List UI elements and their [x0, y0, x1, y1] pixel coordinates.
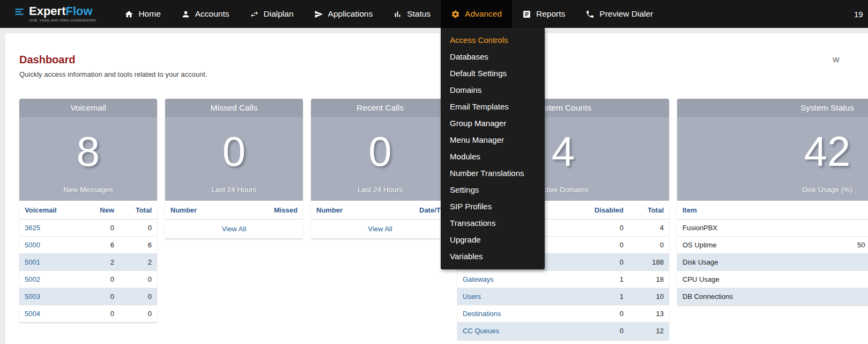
menu-item-domains[interactable]: Domains [441, 82, 545, 98]
table-cell: 0 [82, 271, 120, 288]
column-header: Disabled [578, 201, 629, 219]
disk-usage-count: 42 [677, 121, 868, 181]
table-cell: 18 [629, 271, 669, 288]
row-link[interactable]: Destinations [463, 310, 501, 318]
table-cell: 13 [629, 305, 669, 323]
row-link[interactable]: Users [463, 292, 481, 301]
menu-item-default-settings[interactable]: Default Settings [441, 65, 545, 82]
nav-label: Reports [536, 9, 565, 19]
menu-item-databases[interactable]: Databases [441, 48, 545, 65]
top-navbar: ExpertFlow chat, voice and video contact… [0, 0, 868, 28]
transfer-icon [250, 10, 259, 19]
menu-item-group-manager[interactable]: Group Manager [441, 115, 545, 131]
menu-item-upgrade[interactable]: Upgrade [441, 231, 545, 248]
table-row: 500122 [19, 254, 157, 271]
column-header: Voicemail [19, 201, 82, 219]
nav-item-preview-dialer[interactable]: Preview Dialer [575, 0, 663, 28]
brand-logo[interactable]: ExpertFlow chat, voice and video contact… [14, 0, 99, 28]
table-cell: 10 [629, 288, 669, 305]
table-cell: 5004 [19, 305, 82, 323]
row-link[interactable]: 5000 [25, 241, 40, 249]
table-row: 500300 [19, 288, 157, 305]
table-cell [852, 288, 868, 305]
column-header: Number [165, 201, 260, 219]
table-cell: 1 [578, 288, 629, 305]
table-row: Destinations013 [457, 305, 669, 323]
card-title-system-status: System Status [677, 99, 868, 117]
nav-item-advanced[interactable]: Advanced Access Controls Databases Defau… [441, 0, 512, 28]
table-cell: Gateways [457, 271, 578, 288]
table-cell: 0 [578, 254, 629, 271]
logo-bars-icon [14, 6, 25, 17]
nav-item-status[interactable]: Status [383, 0, 441, 28]
table-cell: Disk Usage [677, 254, 852, 271]
missed-calls-count: 0 [165, 121, 303, 181]
missed-calls-card: Missed Calls 0 Last 24 Hours NumberMisse… [165, 99, 303, 239]
system-status-card: System Status 42 Disk Usage (%) ItemFusi… [677, 99, 868, 305]
view-all-link[interactable]: View All [222, 225, 246, 233]
table-cell: 0 [120, 271, 157, 288]
row-link[interactable]: Gateways [463, 275, 494, 283]
brand-flow: Flow [65, 4, 92, 18]
menu-item-access-controls[interactable]: Access Controls [441, 32, 545, 48]
card-title-missed-calls: Missed Calls [165, 99, 303, 117]
menu-item-variables[interactable]: Variables [441, 248, 545, 265]
table-cell: 5002 [19, 271, 82, 288]
missed-calls-table: NumberMissedView All [165, 201, 303, 239]
view-all-row: View All [311, 219, 449, 239]
row-link[interactable]: CC Queues [463, 327, 499, 335]
menu-item-transactions[interactable]: Transactions [441, 215, 545, 231]
table-cell: 12 [629, 323, 669, 340]
nav-label: Advanced [465, 9, 502, 19]
advanced-dropdown-menu: Access Controls Databases Default Settin… [441, 28, 545, 269]
table-row: 362500 [19, 219, 157, 237]
menu-item-email-templates[interactable]: Email Templates [441, 98, 545, 115]
row-link[interactable]: 5004 [25, 310, 40, 318]
table-cell: 5001 [19, 254, 82, 271]
table-header-row: NumberDate/Time [311, 201, 449, 219]
nav-item-accounts[interactable]: Accounts [171, 0, 240, 28]
table-cell: FusionPBX [677, 219, 852, 237]
row-link[interactable]: 3625 [25, 224, 40, 232]
table-cell: 1 [578, 271, 629, 288]
column-header [852, 201, 868, 219]
table-cell: 6 [82, 237, 120, 254]
nav-right-text: 19 [854, 10, 868, 19]
content-panel: Dashboard Quickly access information and… [5, 33, 868, 344]
home-icon [124, 10, 133, 19]
table-cell: 0 [82, 305, 120, 323]
menu-item-settings[interactable]: Settings [441, 181, 545, 198]
menu-item-menu-manager[interactable]: Menu Manager [441, 131, 545, 148]
table-cell [852, 271, 868, 288]
table-row: CPU Usage [677, 271, 868, 288]
nav-menu: Home Accounts Dialplan Applications Stat… [114, 0, 663, 28]
table-cell [852, 219, 868, 237]
card-body: 0 Last 24 Hours [165, 117, 303, 201]
card-body: 0 Last 24 Hours [311, 117, 449, 201]
card-caption: Last 24 Hours [165, 186, 303, 194]
nav-item-home[interactable]: Home [114, 0, 170, 28]
table-cell: Destinations [457, 305, 578, 323]
brand-name: ExpertFlow [29, 5, 96, 17]
recent-calls-card: Recent Calls 0 Last 24 Hours NumberDate/… [311, 99, 449, 239]
table-row: 500200 [19, 271, 157, 288]
table-cell: CPU Usage [677, 271, 852, 288]
table-row: OS Uptime50 [677, 237, 868, 254]
table-cell: 5003 [19, 288, 82, 305]
table-cell: 0 [82, 219, 120, 237]
row-link[interactable]: 5002 [25, 275, 40, 283]
menu-item-modules[interactable]: Modules [441, 148, 545, 165]
row-link[interactable]: 5003 [25, 292, 40, 301]
card-title-recent-calls: Recent Calls [311, 99, 449, 117]
menu-item-number-translations[interactable]: Number Translations [441, 165, 545, 181]
nav-label: Home [138, 9, 160, 19]
nav-item-reports[interactable]: Reports [512, 0, 575, 28]
row-link[interactable]: 5001 [25, 258, 40, 266]
nav-item-dialplan[interactable]: Dialplan [240, 0, 304, 28]
view-all-link[interactable]: View All [368, 225, 392, 233]
table-cell: OS Uptime [677, 237, 852, 254]
table-cell [852, 254, 868, 271]
table-cell: 0 [82, 288, 120, 305]
nav-item-applications[interactable]: Applications [304, 0, 383, 28]
menu-item-sip-profiles[interactable]: SIP Profiles [441, 198, 545, 215]
